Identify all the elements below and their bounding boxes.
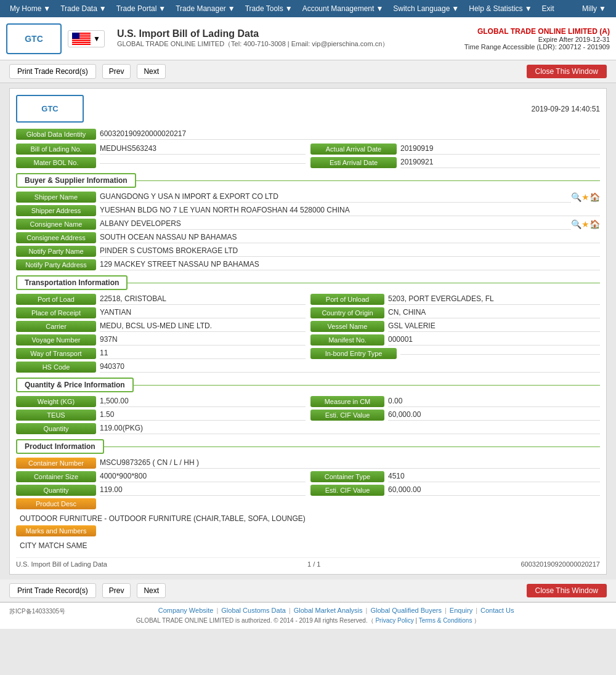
receipt-origin-row: Place of Receipt YANTIAN Country of Orig… [16,307,600,318]
nav-my-home[interactable]: My Home ▼ [5,2,55,15]
shipper-address-row: Shipper Address YUESHAN BLDG NO 7 LE YUA… [16,205,600,216]
port-load-label: Port of Load [16,294,96,305]
bottom-next-button[interactable]: Next [137,583,166,598]
logo-area: GTC ▼ [6,23,105,54]
next-button[interactable]: Next [137,64,166,79]
qty2-col: Quantity 119.00 [16,485,306,496]
shipper-name-value: GUANGDONG Y USA N IMPORT & EXPORT CO LTD [100,192,571,203]
nav-switch-language[interactable]: Switch Language ▼ [388,2,464,15]
weight-label: Weight (KG) [16,396,96,407]
product-desc-label: Product Desc [16,498,96,509]
consignee-address-value: SOUTH OCEAN NASSAU NP BAHAMAS [100,233,600,243]
consignee-home-icon[interactable]: 🏠 [590,219,600,229]
shipper-name-row: Shipper Name GUANGDONG Y USA N IMPORT & … [16,192,600,203]
account-info: GLOBAL TRADE ONLINE LIMITED (A) Expire A… [464,27,610,51]
notify-party-address-value: 129 MACKEY STREET NASSAU NP BAHAMAS [100,260,600,270]
footer-links: Company Website | Global Customs Data | … [65,607,607,614]
bottom-prev-button[interactable]: Prev [102,583,131,598]
country-origin-label: Country of Origin [310,307,384,318]
quantity-label: Quantity [16,423,96,434]
notify-party-name-label: Notify Party Name [16,246,96,257]
marks-numbers-label: Marks and Numbers [16,525,96,536]
product-title: Product Information [16,439,104,454]
nav-user[interactable]: Milly ▼ [577,2,611,15]
weight-measure-row: Weight (KG) 1,500.00 Measure in CM 0.00 [16,396,600,407]
shipper-search-icon[interactable]: 🔍 [571,192,582,202]
teus-col: TEUS 1.50 [16,410,306,421]
port-unload-value: 5203, PORT EVERGLADES, FL [388,294,600,305]
language-flag[interactable]: ▼ [68,30,105,47]
global-data-identity-value: 600320190920000020217 [100,129,600,140]
voyage-manifest-row: Voyage Number 937N Manifest No. 000001 [16,334,600,346]
teus-cif-row: TEUS 1.50 Esti. CIF Value 60,000.00 [16,410,600,421]
hs-code-row: HS Code 940370 [16,362,600,373]
place-receipt-col: Place of Receipt YANTIAN [16,307,306,318]
consignee-address-label: Consignee Address [16,232,96,243]
esti-cif2-col: Esti. CIF Value 60,000.00 [310,485,600,496]
country-origin-value: CN, CHINA [388,308,600,318]
consignee-star-icon[interactable]: ★ [582,219,590,229]
shipper-home-icon[interactable]: 🏠 [590,192,600,202]
product-desc-value: OUTDOOR FURNITURE - OUTDOOR FURNITURE (C… [16,512,600,525]
doc-footer: U.S. Import Bill of Lading Data 1 / 1 60… [16,557,600,568]
way-transport-value: 11 [100,349,306,359]
nav-exit[interactable]: Exit [537,2,559,15]
nav-help-statistics[interactable]: Help & Statistics ▼ [464,2,537,15]
footer-terms[interactable]: Terms & Conditions [419,617,472,624]
bol-no-label: Bill of Lading No. [16,143,96,155]
doc-footer-center: 1 / 1 [307,560,320,568]
bottom-print-button[interactable]: Print Trade Record(s) [9,583,96,598]
notify-party-address-label: Notify Party Address [16,259,96,270]
prev-button[interactable]: Prev [102,64,131,79]
buyer-supplier-section-header: Buyer & Supplier Information [16,173,600,188]
footer-privacy-policy[interactable]: Privacy Policy [375,617,413,624]
company-name: GLOBAL TRADE ONLINE LIMITED (A) [464,27,610,36]
global-data-identity-label: Global Data Identity [16,129,96,140]
nav-trade-portal[interactable]: Trade Portal ▼ [111,2,171,15]
esti-arrival-value: 20190921 [400,158,600,168]
close-button[interactable]: Close This Window [527,65,607,78]
footer-global-market[interactable]: Global Market Analysis [294,607,363,614]
buyer-supplier-line [136,180,600,181]
qty-price-section-header: Quantity & Price Information [16,378,600,392]
hs-code-label: HS Code [16,362,96,373]
country-origin-col: Country of Origin CN, CHINA [310,307,600,318]
nav-trade-tools[interactable]: Trade Tools ▼ [240,2,298,15]
consignee-name-row: Consignee Name ALBANY DEVELOPERS 🔍 ★ 🏠 [16,219,600,230]
inbond-entry-label: In-bond Entry Type [310,348,397,359]
footer-company-website[interactable]: Company Website [158,607,214,614]
esti-cif-label: Esti. CIF Value [310,410,384,421]
print-button[interactable]: Print Trade Record(s) [9,64,96,79]
notify-party-address-row: Notify Party Address 129 MACKEY STREET N… [16,259,600,270]
footer-global-buyers[interactable]: Global Qualified Buyers [370,607,442,614]
bottom-close-button[interactable]: Close This Window [527,584,607,597]
nav-trade-data[interactable]: Trade Data ▼ [55,2,111,15]
bol-arrival-row: Bill of Lading No. MEDUHS563243 Actual A… [16,143,600,155]
container-type-col: Container Type 4510 [310,471,600,482]
carrier-value: MEDU, BCSL US-MED LINE LTD. [100,321,306,332]
footer-global-customs[interactable]: Global Customs Data [221,607,286,614]
consignee-address-row: Consignee Address SOUTH OCEAN NASSAU NP … [16,232,600,243]
footer-contact-us[interactable]: Contact Us [480,607,514,614]
logo: GTC [6,23,62,54]
transport-inbond-row: Way of Transport 11 In-bond Entry Type [16,348,600,359]
page-title-area: U.S. Import Bill of Lading Data GLOBAL T… [117,28,464,49]
footer-enquiry[interactable]: Enquiry [450,607,472,614]
consignee-search-icon[interactable]: 🔍 [571,219,582,229]
esti-cif-value: 60,000.00 [388,410,600,421]
weight-col: Weight (KG) 1,500.00 [16,396,306,407]
page-footer: 苏ICP备14033305号 Company Website | Global … [0,602,616,629]
container-number-label: Container Number [16,458,96,469]
esti-arrival-label: Esti Arrival Date [310,157,397,168]
esti-cif2-value: 60,000.00 [388,485,600,496]
nav-account-management[interactable]: Account Management ▼ [298,2,389,15]
port-unload-label: Port of Unload [310,294,384,305]
bol-no-value: MEDUHS563243 [100,144,306,155]
quantity-row: Quantity 119.00(PKG) [16,423,600,434]
quantity2-value: 119.00 [100,485,306,496]
shipper-star-icon[interactable]: ★ [582,192,590,202]
nav-trade-manager[interactable]: Trade Manager ▼ [171,2,240,15]
shipper-address-label: Shipper Address [16,205,96,216]
consignee-name-value: ALBANY DEVELOPERS [100,219,571,230]
shipper-name-label: Shipper Name [16,192,96,203]
